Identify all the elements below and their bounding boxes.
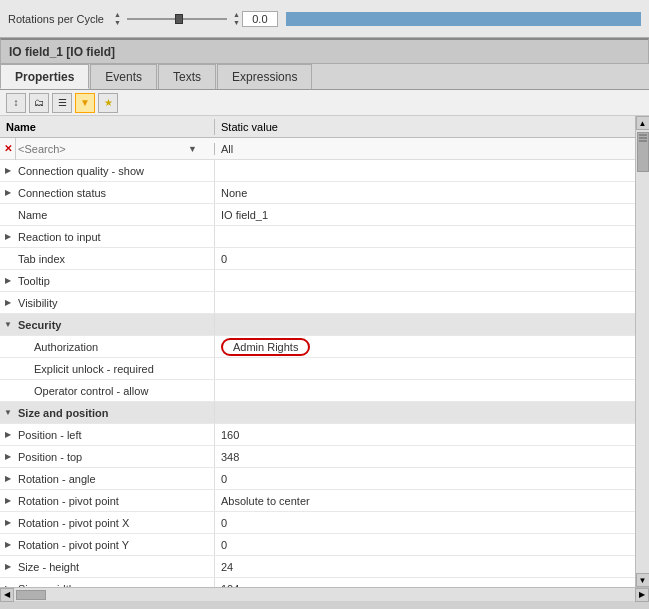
h-scroll-thumb[interactable] <box>16 590 46 600</box>
search-input-wrap: ▼ <box>16 143 215 155</box>
panel-title: IO field_1 [IO field] <box>0 38 649 64</box>
prop-indent: Explicit unlock - required <box>0 358 215 379</box>
expand-rotation-angle[interactable]: ▶ <box>0 468 16 490</box>
expand-connection-quality[interactable]: ▶ <box>0 160 16 182</box>
slider-track[interactable] <box>127 12 227 26</box>
slider-arrows-right: ▲ ▼ <box>233 11 240 27</box>
prop-label-connection-status: Connection status <box>16 187 210 199</box>
tab-texts[interactable]: Texts <box>158 64 216 89</box>
prop-indent: ▶ Rotation - pivot point <box>0 490 215 511</box>
search-filter-label: All <box>215 143 239 155</box>
prop-indent: ▶ Size - width <box>0 578 215 587</box>
prop-label-pivot-point: Rotation - pivot point <box>16 495 210 507</box>
prop-row-rotation-angle: ▶ Rotation - angle 0 <box>0 468 635 490</box>
prop-indent: ▶ Visibility <box>0 292 215 313</box>
prop-value-pivot-point: Absolute to center <box>215 495 635 507</box>
prop-label-position-left: Position - left <box>16 429 210 441</box>
expand-pivot-x[interactable]: ▶ <box>0 512 16 534</box>
expand-size-position[interactable]: ▼ <box>0 402 16 424</box>
prop-row-connection-quality: ▶ Connection quality - show <box>0 160 635 182</box>
prop-row-reaction: ▶ Reaction to input <box>0 226 635 248</box>
prop-value-authorization[interactable]: Admin Rights <box>215 338 635 356</box>
filter-button[interactable]: ▼ <box>75 93 95 113</box>
prop-indent: ▶ Connection status <box>0 182 215 203</box>
vertical-scrollbar: ▲ ▼ <box>635 116 649 587</box>
rotations-value: 0.0 <box>242 11 278 27</box>
scroll-right-button[interactable]: ▶ <box>635 588 649 602</box>
prop-indent: ▶ Rotation - pivot point X <box>0 512 215 533</box>
prop-row-operator-control: Operator control - allow <box>0 380 635 402</box>
clear-search-button[interactable]: ✕ <box>0 138 16 160</box>
prop-label-operator-control: Operator control - allow <box>32 385 210 397</box>
scroll-up-button[interactable]: ▲ <box>636 116 650 130</box>
expand-position-top[interactable]: ▶ <box>0 446 16 468</box>
search-dropdown-icon[interactable]: ▼ <box>188 144 197 154</box>
prop-value-name: IO field_1 <box>215 209 635 221</box>
prop-value-pivot-y: 0 <box>215 539 635 551</box>
prop-row-name: Name IO field_1 <box>0 204 635 226</box>
expand-pivot-y[interactable]: ▶ <box>0 534 16 556</box>
expand-security[interactable]: ▼ <box>0 314 16 336</box>
prop-row-pivot-x: ▶ Rotation - pivot point X 0 <box>0 512 635 534</box>
prop-indent: ▼ Size and position <box>0 402 215 423</box>
folder-button[interactable]: 🗂 <box>29 93 49 113</box>
prop-indent: Tab index <box>0 248 215 269</box>
section-label-size-position: Size and position <box>16 407 108 419</box>
expand-size-width[interactable]: ▶ <box>0 578 16 588</box>
col-value-header: Static value <box>215 119 284 135</box>
prop-label-authorization: Authorization <box>32 341 210 353</box>
prop-indent: ▶ Position - left <box>0 424 215 445</box>
prop-row-size-height: ▶ Size - height 24 <box>0 556 635 578</box>
prop-label-rotation-angle: Rotation - angle <box>16 473 210 485</box>
prop-row-position-top: ▶ Position - top 348 <box>0 446 635 468</box>
prop-label-name: Name <box>16 209 210 221</box>
panel-title-text: IO field_1 [IO field] <box>9 45 115 59</box>
tab-properties[interactable]: Properties <box>0 64 89 89</box>
prop-value-pivot-x: 0 <box>215 517 635 529</box>
slider-thumb[interactable] <box>175 14 183 24</box>
tab-expressions[interactable]: Expressions <box>217 64 312 89</box>
prop-value-tabindex: 0 <box>215 253 635 265</box>
expand-pivot-point[interactable]: ▶ <box>0 490 16 512</box>
expand-tooltip[interactable]: ▶ <box>0 270 16 292</box>
list-button[interactable]: ☰ <box>52 93 72 113</box>
sort-button[interactable]: ↕ <box>6 93 26 113</box>
prop-indent: Operator control - allow <box>0 380 215 401</box>
properties-main: Name Static value ✕ ▼ All ▶ Connection q… <box>0 116 635 587</box>
top-bar: Rotations per Cycle ▲ ▼ ▲ ▼ 0.0 <box>0 0 649 38</box>
prop-indent: ▶ Rotation - angle <box>0 468 215 489</box>
expand-connection-status[interactable]: ▶ <box>0 182 16 204</box>
prop-indent: ▶ Rotation - pivot point Y <box>0 534 215 555</box>
prop-row-pivot-y: ▶ Rotation - pivot point Y 0 <box>0 534 635 556</box>
search-input[interactable] <box>18 143 188 155</box>
scroll-thumb[interactable] <box>637 132 649 172</box>
scroll-left-button[interactable]: ◀ <box>0 588 14 602</box>
expand-position-left[interactable]: ▶ <box>0 424 16 446</box>
expand-size-height[interactable]: ▶ <box>0 556 16 578</box>
prop-label-size-height: Size - height <box>16 561 210 573</box>
scroll-down-button[interactable]: ▼ <box>636 573 650 587</box>
tab-events[interactable]: Events <box>90 64 157 89</box>
prop-indent: ▶ Tooltip <box>0 270 215 291</box>
prop-label-position-top: Position - top <box>16 451 210 463</box>
prop-row-tabindex: Tab index 0 <box>0 248 635 270</box>
section-label-security: Security <box>16 319 61 331</box>
prop-label-reaction: Reaction to input <box>16 231 210 243</box>
prop-value-position-top: 348 <box>215 451 635 463</box>
prop-label-explicit-unlock: Explicit unlock - required <box>32 363 210 375</box>
search-row: ✕ ▼ All <box>0 138 635 160</box>
prop-label-size-width: Size - width <box>16 583 210 588</box>
prop-label-pivot-y: Rotation - pivot point Y <box>16 539 210 551</box>
prop-value-size-width: 104 <box>215 583 635 588</box>
star-button[interactable]: ★ <box>98 93 118 113</box>
expand-visibility[interactable]: ▶ <box>0 292 16 314</box>
col-name-header: Name <box>0 119 215 135</box>
prop-label-pivot-x: Rotation - pivot point X <box>16 517 210 529</box>
prop-row-position-left: ▶ Position - left 160 <box>0 424 635 446</box>
prop-indent: Authorization <box>0 336 215 357</box>
admin-rights-badge: Admin Rights <box>221 338 310 356</box>
properties-container: Name Static value ✕ ▼ All ▶ Connection q… <box>0 116 649 587</box>
section-size-position: ▼ Size and position <box>0 402 635 424</box>
expand-reaction[interactable]: ▶ <box>0 226 16 248</box>
slider-arrows-left: ▲ ▼ <box>114 11 121 27</box>
